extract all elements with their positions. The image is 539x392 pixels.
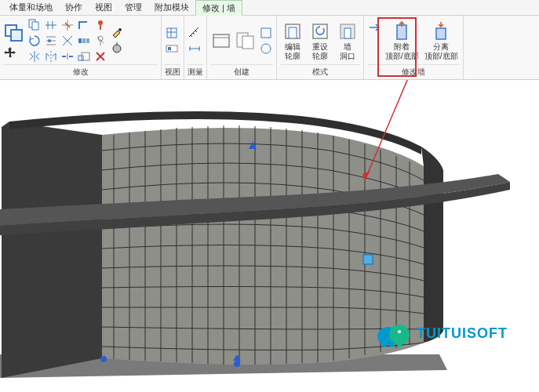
selection-grip[interactable] — [363, 255, 373, 264]
attach-top-bottom-button[interactable]: 附着 顶部/底部 — [384, 19, 421, 63]
rotate-icon[interactable] — [27, 34, 42, 48]
svg-point-13 — [113, 45, 121, 53]
svg-point-10 — [98, 20, 103, 25]
tab-collaborate[interactable]: 协作 — [59, 0, 89, 15]
align-icon[interactable] — [44, 18, 58, 32]
reset-profile-icon — [309, 20, 331, 42]
svg-rect-1 — [11, 30, 22, 41]
panel-modify: 修改 — [0, 16, 162, 79]
create-icon-3[interactable] — [259, 26, 273, 40]
svg-rect-5 — [78, 38, 82, 43]
panel-view: 视图 — [162, 16, 184, 79]
svg-rect-25 — [344, 28, 351, 38]
svg-point-21 — [261, 44, 271, 53]
svg-point-12 — [118, 28, 122, 31]
unpin-icon[interactable] — [93, 34, 107, 48]
scale-icon[interactable] — [77, 49, 91, 64]
tab-view[interactable]: 视图 — [89, 0, 118, 15]
create-icon-1[interactable] — [210, 30, 232, 52]
svg-rect-16 — [168, 47, 171, 50]
watermark-text: TUITUISOFT — [417, 325, 508, 342]
offset-icon[interactable] — [44, 34, 58, 48]
select-icon[interactable] — [3, 22, 25, 44]
ribbon-tabs: 体量和场地 协作 视图 管理 附加模块 修改 | 墙 — [0, 0, 539, 16]
svg-point-4 — [48, 39, 51, 42]
panel-mode: 编辑 轮廓 重设 轮廓 墙 洞口 模式 — [277, 16, 364, 79]
reset-profile-button[interactable]: 重设 轮廓 — [308, 19, 333, 63]
svg-rect-54 — [382, 341, 386, 347]
svg-rect-56 — [398, 341, 402, 347]
wall-opening-button[interactable]: 墙 洞口 — [335, 19, 360, 63]
tab-massing[interactable]: 体量和场地 — [3, 0, 59, 15]
watermark: TUITUISOFT — [374, 318, 508, 349]
svg-rect-27 — [436, 28, 446, 39]
svg-rect-3 — [32, 22, 38, 30]
svg-marker-29 — [2, 122, 102, 378]
panel-measure: 测量 — [184, 16, 207, 79]
svg-rect-26 — [397, 25, 406, 39]
ribbon: 修改 视图 测量 创建 — [0, 16, 539, 80]
trim-icon[interactable] — [60, 18, 75, 32]
view-icon-1[interactable] — [165, 26, 179, 40]
dimension-icon[interactable] — [188, 42, 202, 56]
panel-label-create: 创建 — [210, 64, 273, 79]
view-icon-2[interactable] — [165, 42, 179, 56]
wall-arrow-icon[interactable] — [367, 20, 381, 34]
svg-rect-8 — [78, 56, 83, 60]
detach-icon — [430, 20, 452, 42]
panel-label-mode: 模式 — [280, 64, 360, 79]
tab-modify-wall[interactable]: 修改 | 墙 — [195, 0, 242, 16]
watermark-logo-icon — [374, 318, 412, 349]
svg-rect-6 — [82, 38, 86, 43]
svg-rect-7 — [86, 38, 89, 43]
attach-icon — [391, 20, 413, 42]
detach-top-bottom-button[interactable]: 分离 顶部/底部 — [423, 19, 460, 63]
move-icon[interactable] — [3, 45, 17, 60]
viewport-3d[interactable]: TUITUISOFT — [0, 80, 539, 392]
pin-icon[interactable] — [93, 18, 107, 32]
mirror-axis-icon[interactable] — [44, 49, 58, 64]
edit-profile-button[interactable]: 编辑 轮廓 — [280, 19, 305, 63]
corner-icon[interactable] — [77, 18, 91, 32]
create-icon-2[interactable] — [235, 30, 257, 52]
create-icon-4[interactable] — [259, 42, 273, 56]
mirror-icon[interactable] — [27, 49, 42, 64]
panel-label-modify: 修改 — [3, 64, 158, 79]
panel-label-measure: 测量 — [188, 64, 203, 79]
edit-profile-icon — [282, 20, 304, 42]
demolish-icon[interactable] — [110, 42, 124, 56]
panel-label-view: 视图 — [165, 64, 180, 79]
panel-modify-wall: 附着 顶部/底部 分离 顶部/底部 修改墙 — [364, 16, 464, 79]
tab-addins[interactable]: 附加模块 — [148, 0, 195, 15]
split-icon[interactable] — [60, 49, 75, 64]
svg-rect-22 — [286, 24, 300, 38]
measure-icon[interactable] — [188, 26, 202, 40]
extend-icon[interactable] — [60, 34, 75, 48]
svg-rect-14 — [167, 28, 177, 38]
svg-rect-19 — [242, 36, 253, 49]
svg-rect-17 — [213, 34, 229, 47]
tab-manage[interactable]: 管理 — [118, 0, 148, 15]
svg-rect-55 — [390, 341, 394, 347]
drag-handle[interactable] — [100, 356, 107, 362]
array-icon[interactable] — [77, 34, 91, 48]
svg-rect-20 — [261, 28, 271, 38]
panel-label-modify-wall: 修改墙 — [367, 64, 460, 79]
copy-icon[interactable] — [27, 18, 42, 32]
svg-point-57 — [398, 330, 401, 333]
drag-handle[interactable] — [234, 361, 240, 367]
paint-icon[interactable] — [110, 26, 124, 40]
wall-opening-icon — [337, 20, 359, 42]
delete-icon[interactable] — [93, 49, 107, 64]
panel-create: 创建 — [207, 16, 277, 79]
